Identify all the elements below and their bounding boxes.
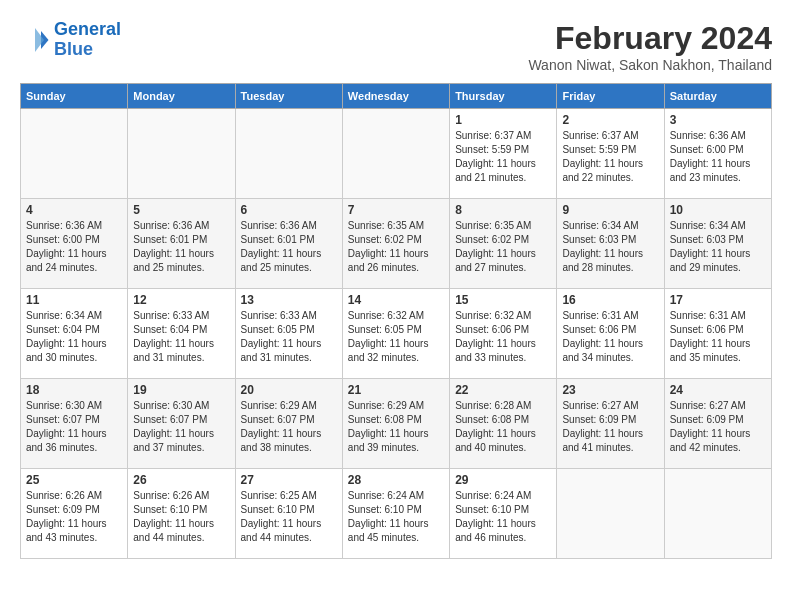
calendar-cell: 20Sunrise: 6:29 AMSunset: 6:07 PMDayligh… bbox=[235, 379, 342, 469]
day-info-line: Sunrise: 6:34 AM bbox=[670, 220, 746, 231]
day-info-line: Sunset: 6:03 PM bbox=[670, 234, 744, 245]
day-info-line: and 21 minutes. bbox=[455, 172, 526, 183]
month-year-title: February 2024 bbox=[528, 20, 772, 57]
col-header-friday: Friday bbox=[557, 84, 664, 109]
day-info: Sunrise: 6:36 AMSunset: 6:01 PMDaylight:… bbox=[241, 219, 337, 275]
day-info-line: Sunrise: 6:33 AM bbox=[241, 310, 317, 321]
calendar-cell bbox=[342, 109, 449, 199]
day-info-line: and 43 minutes. bbox=[26, 532, 97, 543]
logo-text: General Blue bbox=[54, 20, 121, 60]
day-number: 8 bbox=[455, 203, 551, 217]
day-info-line: Sunrise: 6:24 AM bbox=[455, 490, 531, 501]
col-header-thursday: Thursday bbox=[450, 84, 557, 109]
day-info-line: Sunrise: 6:26 AM bbox=[26, 490, 102, 501]
day-info-line: and 27 minutes. bbox=[455, 262, 526, 273]
day-info-line: Sunrise: 6:36 AM bbox=[26, 220, 102, 231]
day-info-line: and 36 minutes. bbox=[26, 442, 97, 453]
day-number: 6 bbox=[241, 203, 337, 217]
day-info-line: Sunrise: 6:35 AM bbox=[455, 220, 531, 231]
day-info: Sunrise: 6:35 AMSunset: 6:02 PMDaylight:… bbox=[348, 219, 444, 275]
day-info: Sunrise: 6:24 AMSunset: 6:10 PMDaylight:… bbox=[455, 489, 551, 545]
day-info-line: and 44 minutes. bbox=[241, 532, 312, 543]
day-info-line: Sunrise: 6:37 AM bbox=[562, 130, 638, 141]
day-info-line: Daylight: 11 hours bbox=[348, 248, 429, 259]
day-info: Sunrise: 6:35 AMSunset: 6:02 PMDaylight:… bbox=[455, 219, 551, 275]
day-info-line: Sunset: 6:09 PM bbox=[670, 414, 744, 425]
day-info-line: and 29 minutes. bbox=[670, 262, 741, 273]
day-number: 28 bbox=[348, 473, 444, 487]
calendar-cell: 16Sunrise: 6:31 AMSunset: 6:06 PMDayligh… bbox=[557, 289, 664, 379]
calendar-cell: 28Sunrise: 6:24 AMSunset: 6:10 PMDayligh… bbox=[342, 469, 449, 559]
day-info: Sunrise: 6:31 AMSunset: 6:06 PMDaylight:… bbox=[562, 309, 658, 365]
calendar-cell: 9Sunrise: 6:34 AMSunset: 6:03 PMDaylight… bbox=[557, 199, 664, 289]
day-info-line: Daylight: 11 hours bbox=[133, 428, 214, 439]
day-info: Sunrise: 6:36 AMSunset: 6:01 PMDaylight:… bbox=[133, 219, 229, 275]
day-info-line: Sunset: 6:05 PM bbox=[241, 324, 315, 335]
day-info: Sunrise: 6:36 AMSunset: 6:00 PMDaylight:… bbox=[26, 219, 122, 275]
col-header-wednesday: Wednesday bbox=[342, 84, 449, 109]
day-info-line: Sunset: 6:09 PM bbox=[562, 414, 636, 425]
day-info-line: Sunrise: 6:29 AM bbox=[241, 400, 317, 411]
day-info-line: Daylight: 11 hours bbox=[348, 518, 429, 529]
day-info-line: Daylight: 11 hours bbox=[26, 248, 107, 259]
week-row-4: 18Sunrise: 6:30 AMSunset: 6:07 PMDayligh… bbox=[21, 379, 772, 469]
day-number: 9 bbox=[562, 203, 658, 217]
day-info: Sunrise: 6:33 AMSunset: 6:04 PMDaylight:… bbox=[133, 309, 229, 365]
day-info-line: Sunrise: 6:26 AM bbox=[133, 490, 209, 501]
calendar-cell bbox=[21, 109, 128, 199]
day-info: Sunrise: 6:28 AMSunset: 6:08 PMDaylight:… bbox=[455, 399, 551, 455]
day-info-line: and 37 minutes. bbox=[133, 442, 204, 453]
day-info-line: Sunset: 6:09 PM bbox=[26, 504, 100, 515]
day-info-line: Sunrise: 6:36 AM bbox=[133, 220, 209, 231]
day-info-line: Daylight: 11 hours bbox=[241, 428, 322, 439]
day-info-line: and 38 minutes. bbox=[241, 442, 312, 453]
day-info-line: and 42 minutes. bbox=[670, 442, 741, 453]
day-info-line: Daylight: 11 hours bbox=[670, 248, 751, 259]
calendar-cell: 25Sunrise: 6:26 AMSunset: 6:09 PMDayligh… bbox=[21, 469, 128, 559]
day-number: 27 bbox=[241, 473, 337, 487]
day-info-line: Sunrise: 6:36 AM bbox=[241, 220, 317, 231]
day-info-line: Sunset: 5:59 PM bbox=[562, 144, 636, 155]
calendar-cell: 2Sunrise: 6:37 AMSunset: 5:59 PMDaylight… bbox=[557, 109, 664, 199]
day-info-line: Sunset: 6:00 PM bbox=[26, 234, 100, 245]
day-info-line: and 46 minutes. bbox=[455, 532, 526, 543]
day-info-line: Daylight: 11 hours bbox=[670, 428, 751, 439]
day-info: Sunrise: 6:24 AMSunset: 6:10 PMDaylight:… bbox=[348, 489, 444, 545]
day-info-line: Sunrise: 6:37 AM bbox=[455, 130, 531, 141]
day-info-line: Sunrise: 6:25 AM bbox=[241, 490, 317, 501]
day-info-line: Sunset: 6:07 PM bbox=[133, 414, 207, 425]
day-info-line: Sunrise: 6:29 AM bbox=[348, 400, 424, 411]
day-info-line: Sunrise: 6:27 AM bbox=[670, 400, 746, 411]
day-info-line: Sunset: 6:10 PM bbox=[133, 504, 207, 515]
day-info: Sunrise: 6:34 AMSunset: 6:03 PMDaylight:… bbox=[562, 219, 658, 275]
day-info-line: Sunset: 5:59 PM bbox=[455, 144, 529, 155]
day-info: Sunrise: 6:32 AMSunset: 6:06 PMDaylight:… bbox=[455, 309, 551, 365]
col-header-saturday: Saturday bbox=[664, 84, 771, 109]
day-info-line: Daylight: 11 hours bbox=[670, 158, 751, 169]
day-info: Sunrise: 6:27 AMSunset: 6:09 PMDaylight:… bbox=[562, 399, 658, 455]
calendar-cell bbox=[235, 109, 342, 199]
col-header-monday: Monday bbox=[128, 84, 235, 109]
day-number: 29 bbox=[455, 473, 551, 487]
day-info-line: Sunset: 6:02 PM bbox=[348, 234, 422, 245]
day-info: Sunrise: 6:25 AMSunset: 6:10 PMDaylight:… bbox=[241, 489, 337, 545]
calendar-cell bbox=[128, 109, 235, 199]
day-number: 11 bbox=[26, 293, 122, 307]
day-info: Sunrise: 6:27 AMSunset: 6:09 PMDaylight:… bbox=[670, 399, 766, 455]
day-info-line: Sunrise: 6:35 AM bbox=[348, 220, 424, 231]
day-info-line: Sunrise: 6:31 AM bbox=[670, 310, 746, 321]
day-info-line: Sunrise: 6:33 AM bbox=[133, 310, 209, 321]
day-info-line: Sunset: 6:06 PM bbox=[455, 324, 529, 335]
day-info-line: Sunset: 6:02 PM bbox=[455, 234, 529, 245]
day-info-line: and 35 minutes. bbox=[670, 352, 741, 363]
calendar-cell: 27Sunrise: 6:25 AMSunset: 6:10 PMDayligh… bbox=[235, 469, 342, 559]
day-number: 20 bbox=[241, 383, 337, 397]
day-info-line: and 41 minutes. bbox=[562, 442, 633, 453]
day-info: Sunrise: 6:37 AMSunset: 5:59 PMDaylight:… bbox=[455, 129, 551, 185]
day-info-line: Daylight: 11 hours bbox=[455, 248, 536, 259]
day-info-line: Sunrise: 6:36 AM bbox=[670, 130, 746, 141]
logo: General Blue bbox=[20, 20, 121, 60]
week-row-1: 1Sunrise: 6:37 AMSunset: 5:59 PMDaylight… bbox=[21, 109, 772, 199]
calendar-cell bbox=[664, 469, 771, 559]
day-info-line: and 40 minutes. bbox=[455, 442, 526, 453]
